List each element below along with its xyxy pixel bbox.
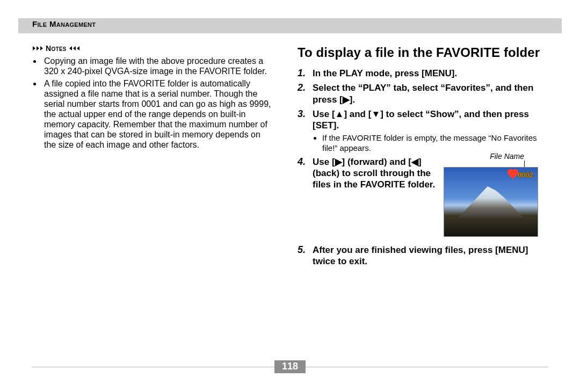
page-number-wrap: 118 [0,360,580,373]
step-text: Use [▶] (forward) and [◀] (back) to scro… [313,156,437,191]
section-title: File Management [32,19,96,28]
step-1: In the PLAY mode, press [MENU]. [298,68,551,79]
section-header-bar [18,18,562,33]
procedure-steps: In the PLAY mode, press [MENU]. Select t… [298,68,551,267]
step-2: Select the “PLAY” tab, select “Favorites… [298,82,551,105]
decor-triangle-right-icon [40,46,43,50]
step-text: In the PLAY mode, press [MENU]. [313,68,551,79]
example-screenshot: 0002 [444,167,538,237]
decor-triangle-right-icon [37,46,39,50]
left-column: Notes Copying an image file with the abo… [32,44,274,152]
decor-triangle-right-icon [33,46,35,50]
step-text: After you are finished viewing files, pr… [313,244,551,267]
decor-triangle-left-icon [77,46,79,50]
step-text: Select the “PLAY” tab, select “Favorites… [313,82,551,105]
decor-triangle-left-icon [69,46,72,50]
procedure-title: To display a file in the FAVORITE folder [298,45,551,60]
heart-icon [509,170,518,179]
step-sub-text: If the FAVORITE folder is empty, the mes… [322,133,551,153]
file-number-overlay: 0002 [518,171,533,179]
figure-caption: File Name [444,152,538,161]
example-figure: File Name 0002 [444,152,538,237]
page-number: 118 [274,360,306,373]
step-4: Use [▶] (forward) and [◀] (back) to scro… [298,156,551,237]
notes-bullets: Copying an image file with the above pro… [42,56,274,150]
manual-page: File Management Notes Copying an image f… [0,0,580,392]
notes-heading: Notes [32,44,274,53]
figure-leader-line [524,161,525,167]
step-sub-bullets: If the FAVORITE folder is empty, the mes… [313,133,551,153]
right-column: To display a file in the FAVORITE folder… [298,45,551,270]
favorite-badge: 0002 [510,171,533,179]
step-5: After you are finished viewing files, pr… [298,244,551,267]
step-text: Use [▲] and [▼] to select “Show”, and th… [313,108,551,132]
decor-triangle-left-icon [73,46,76,50]
note-bullet-2: A file copied into the FAVORITE folder i… [42,78,274,150]
photo-mountain [458,185,524,218]
notes-label: Notes [46,44,67,53]
step-3: Use [▲] and [▼] to select “Show”, and th… [298,108,551,153]
note-bullet-1: Copying an image file with the above pro… [42,56,274,76]
